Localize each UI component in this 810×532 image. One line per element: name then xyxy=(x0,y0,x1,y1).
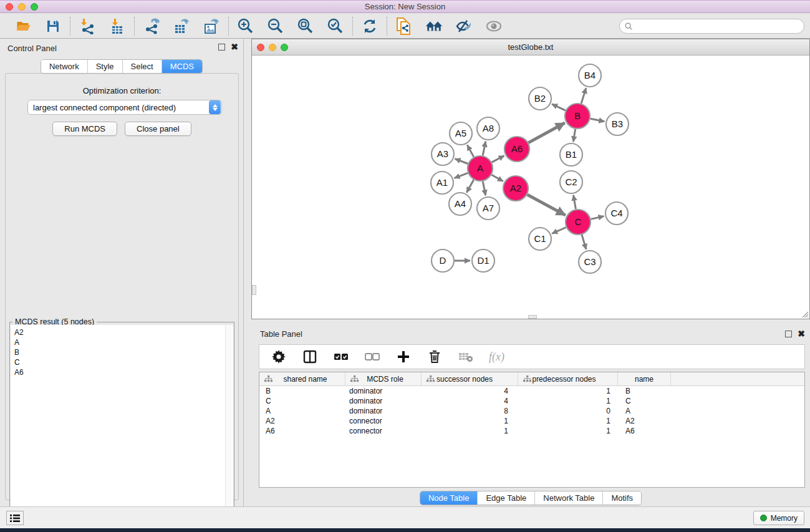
show-hide-graphics-icon[interactable] xyxy=(485,17,503,35)
export-table-icon[interactable] xyxy=(173,17,190,35)
close-window-icon[interactable] xyxy=(6,3,13,11)
float-table-panel-icon[interactable] xyxy=(785,331,792,337)
result-item[interactable]: C xyxy=(14,357,222,367)
run-mcds-button[interactable]: Run MCDS xyxy=(52,122,117,136)
import-table-icon[interactable] xyxy=(108,17,126,35)
graph-edge-A2-C[interactable] xyxy=(528,195,566,215)
table-row[interactable]: C dominator 4 1 C xyxy=(259,396,804,406)
column-header-name[interactable]: name xyxy=(618,372,671,385)
export-network-icon[interactable] xyxy=(143,17,160,35)
minimize-window-icon[interactable] xyxy=(18,3,26,11)
network-canvas[interactable]: B4B2BB3A5A8A6A3B1AA1C2A2A4A7C4CC1C3DD1 xyxy=(252,56,809,319)
graph-edge-C-C3[interactable] xyxy=(582,235,586,249)
tab-network-table[interactable]: Network Table xyxy=(534,491,602,505)
graph-edge-B-B1[interactable] xyxy=(573,129,575,142)
import-network-icon[interactable] xyxy=(79,17,96,35)
float-panel-icon[interactable] xyxy=(218,44,225,51)
result-item[interactable]: A xyxy=(14,337,222,347)
tab-motifs[interactable]: Motifs xyxy=(602,491,641,505)
function-builder-icon[interactable]: f(x) xyxy=(489,351,504,364)
graph-edge-A-A2[interactable] xyxy=(491,175,503,181)
table-row[interactable]: A2 connector 1 1 A2 xyxy=(259,416,804,426)
graph-node-C1[interactable]: C1 xyxy=(529,228,551,250)
unselect-all-columns-icon[interactable] xyxy=(364,349,380,365)
graph-node-C2[interactable]: C2 xyxy=(560,171,582,193)
graph-edge-A6-B[interactable] xyxy=(528,123,564,143)
tab-node-table[interactable]: Node Table xyxy=(420,491,478,505)
search-input[interactable] xyxy=(636,22,799,31)
graph-node-A8[interactable]: A8 xyxy=(477,117,499,140)
graph-node-B2[interactable]: B2 xyxy=(529,87,551,110)
horizontal-scrollbar-thumb[interactable] xyxy=(528,315,537,319)
mcds-result-list[interactable]: A2 A B C A6 xyxy=(11,325,226,531)
delete-columns-icon[interactable] xyxy=(427,349,443,365)
column-header-shared-name[interactable]: shared name xyxy=(259,372,345,385)
graph-edge-B-B3[interactable] xyxy=(591,118,605,122)
close-table-panel-icon[interactable]: ✖ xyxy=(798,331,805,337)
close-panel-button[interactable]: Close panel xyxy=(125,122,191,136)
graph-edge-C-C4[interactable] xyxy=(591,216,604,220)
memory-button[interactable]: Memory xyxy=(753,511,804,525)
graph-edge-A-A1[interactable] xyxy=(455,173,468,178)
graph-node-C[interactable]: C xyxy=(566,210,591,235)
graph-node-C4[interactable]: C4 xyxy=(605,202,628,225)
network-close-icon[interactable] xyxy=(257,44,264,51)
task-history-button[interactable] xyxy=(6,511,24,525)
tab-edge-table[interactable]: Edge Table xyxy=(477,491,534,505)
tab-mcds[interactable]: MCDS xyxy=(162,60,202,73)
browse-columns-icon[interactable] xyxy=(302,349,318,365)
graph-node-A4[interactable]: A4 xyxy=(449,193,471,215)
table-row[interactable]: B dominator 4 1 B xyxy=(259,386,804,396)
graph-node-A3[interactable]: A3 xyxy=(432,143,454,165)
table-settings-icon[interactable] xyxy=(271,349,287,365)
graph-node-D[interactable]: D xyxy=(432,249,454,272)
zoom-fit-icon[interactable] xyxy=(297,17,314,35)
graph-edge-A-A6[interactable] xyxy=(492,156,504,163)
graph-node-A5[interactable]: A5 xyxy=(450,122,472,145)
column-header-mcds-role[interactable]: MCDS role xyxy=(345,372,422,385)
tab-network[interactable]: Network xyxy=(41,60,87,73)
graph-node-A[interactable]: A xyxy=(468,156,493,181)
traffic-lights[interactable] xyxy=(6,3,38,11)
result-item[interactable]: A2 xyxy=(14,327,222,337)
graph-node-C3[interactable]: C3 xyxy=(579,251,601,273)
graph-edge-A-A5[interactable] xyxy=(467,145,474,157)
graph-node-A2[interactable]: A2 xyxy=(503,176,528,201)
column-header-successor-nodes[interactable]: successor nodes xyxy=(422,372,518,385)
network-maximize-icon[interactable] xyxy=(281,44,288,51)
refresh-layout-icon[interactable] xyxy=(361,17,378,35)
export-image-icon[interactable] xyxy=(203,17,220,35)
table-row[interactable]: A6 connector 1 1 A6 xyxy=(259,426,804,436)
node-table[interactable]: shared name MCDS role successor nodes pr… xyxy=(259,372,805,488)
graph-node-A1[interactable]: A1 xyxy=(431,172,453,194)
graph-edge-B-B4[interactable] xyxy=(581,88,586,104)
add-column-icon[interactable] xyxy=(395,349,412,365)
graph-node-A6[interactable]: A6 xyxy=(504,137,529,162)
column-header-predecessor-nodes[interactable]: predecessor nodes xyxy=(518,372,618,385)
graph-node-B4[interactable]: B4 xyxy=(579,64,601,87)
table-row[interactable]: A dominator 8 0 A xyxy=(259,406,804,416)
zoom-out-icon[interactable] xyxy=(267,17,284,35)
home-icon[interactable] xyxy=(425,17,443,35)
graph-edge-A-A4[interactable] xyxy=(466,180,473,192)
graph-edge-A-A3[interactable] xyxy=(455,159,468,164)
graph-edge-C-C2[interactable] xyxy=(574,195,576,210)
save-session-icon[interactable] xyxy=(44,17,62,35)
network-minimize-icon[interactable] xyxy=(269,44,276,51)
zoom-selected-icon[interactable] xyxy=(327,17,344,35)
maximize-window-icon[interactable] xyxy=(31,3,38,11)
result-list-scrollbar[interactable] xyxy=(225,325,233,531)
select-all-columns-icon[interactable] xyxy=(333,349,349,365)
graph-node-A7[interactable]: A7 xyxy=(477,197,499,220)
network-from-selection-icon[interactable] xyxy=(395,17,413,35)
result-item[interactable]: A6 xyxy=(14,367,222,377)
result-item[interactable]: B xyxy=(14,347,222,357)
network-graph[interactable]: B4B2BB3A5A8A6A3B1AA1C2A2A4A7C4CC1C3DD1 xyxy=(252,56,809,319)
search-field[interactable] xyxy=(619,19,804,34)
style-preview-icon[interactable] xyxy=(455,17,473,35)
network-window-titlebar[interactable]: testGlobe.txt xyxy=(252,39,809,56)
close-panel-icon[interactable]: ✖ xyxy=(231,44,238,51)
zoom-in-icon[interactable] xyxy=(237,17,254,35)
graph-edge-B-B2[interactable] xyxy=(552,104,566,110)
graph-node-B[interactable]: B xyxy=(565,104,590,128)
